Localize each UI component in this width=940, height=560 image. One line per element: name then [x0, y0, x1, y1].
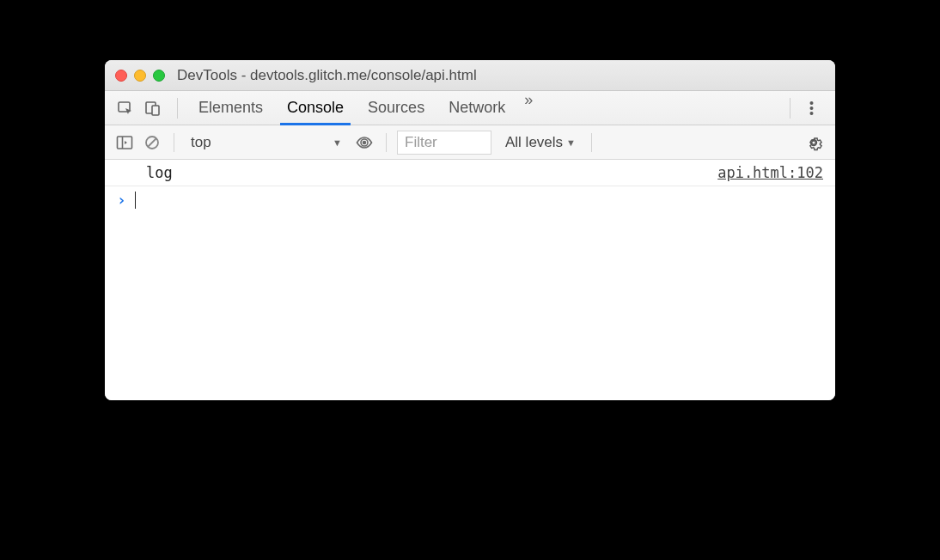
console-log-row: log api.html:102 [105, 160, 835, 186]
svg-point-3 [809, 101, 813, 105]
log-message: log [146, 164, 173, 181]
titlebar: DevTools - devtools.glitch.me/console/ap… [105, 60, 835, 91]
divider [790, 98, 790, 119]
divider [591, 133, 592, 152]
svg-point-10 [363, 140, 367, 144]
inspect-element-icon[interactable] [113, 96, 137, 120]
close-window-button[interactable] [115, 70, 127, 82]
kebab-menu-icon[interactable] [799, 96, 823, 120]
chevron-down-icon: ▼ [333, 137, 342, 148]
filter-input[interactable] [397, 131, 491, 155]
console-toolbar: top ▼ All levels ▼ [105, 125, 835, 160]
tab-elements[interactable]: Elements [186, 91, 275, 125]
more-tabs-button[interactable]: » [517, 91, 540, 125]
devtools-window: DevTools - devtools.glitch.me/console/ap… [105, 60, 835, 400]
text-cursor [135, 192, 137, 209]
log-levels-selector[interactable]: All levels ▼ [505, 134, 576, 151]
device-toolbar-icon[interactable] [141, 96, 165, 120]
svg-point-4 [809, 107, 813, 110]
console-prompt-row[interactable]: › [105, 186, 835, 213]
clear-console-icon[interactable] [141, 131, 163, 154]
tab-sources[interactable]: Sources [356, 91, 436, 125]
chevron-down-icon: ▼ [566, 137, 576, 148]
svg-line-9 [148, 138, 156, 147]
minimize-window-button[interactable] [134, 70, 146, 82]
execution-context-selector[interactable]: top ▼ [185, 131, 348, 154]
live-expression-icon[interactable] [353, 131, 375, 154]
main-tabbar: Elements Console Sources Network » [105, 91, 835, 125]
panel-tabs: Elements Console Sources Network » [186, 91, 540, 125]
source-link[interactable]: api.html:102 [717, 164, 823, 181]
console-settings-icon[interactable] [804, 131, 827, 154]
tab-network[interactable]: Network [436, 91, 517, 125]
levels-label: All levels [505, 134, 563, 151]
svg-rect-2 [152, 106, 159, 115]
window-title: DevTools - devtools.glitch.me/console/ap… [177, 67, 477, 84]
window-controls [115, 70, 165, 82]
divider [174, 133, 174, 152]
maximize-window-button[interactable] [153, 70, 165, 82]
console-output: log api.html:102 › [105, 160, 835, 400]
tab-console[interactable]: Console [275, 91, 356, 125]
toggle-console-sidebar-icon[interactable] [113, 131, 136, 154]
divider [386, 133, 387, 152]
divider [177, 98, 178, 119]
svg-point-11 [812, 140, 816, 144]
context-value: top [191, 134, 211, 151]
svg-point-5 [809, 112, 813, 115]
prompt-caret-icon: › [117, 191, 126, 209]
